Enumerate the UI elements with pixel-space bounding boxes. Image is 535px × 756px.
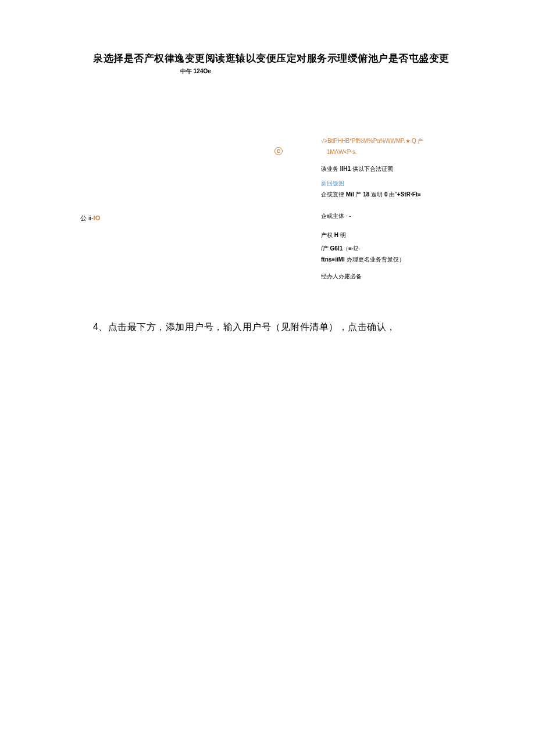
subtitle-text: 中午 124Oe <box>180 67 211 76</box>
right-line8: ftns≡iiMI 办理更名业务背景仅） <box>321 255 472 264</box>
right-line4-mid2: 逅明 <box>369 191 384 198</box>
right-line4-b1: Mil <box>346 191 354 198</box>
right-line3: 谈业务 IIH1 供以下合法证照 <box>321 164 472 173</box>
right-line6-suffix: 明 <box>338 232 346 238</box>
right-line7: /产 G6I1（≡·I2- <box>321 244 472 253</box>
title-text: 泉选择是否产权律逸变更阅读逛辕以变便压定对服务示理绶俯池户是否屯盛变更 <box>93 52 471 65</box>
copyright-letter: C <box>277 148 281 154</box>
left-label-prefix: 公 ii- <box>80 214 94 221</box>
right-line3-suffix: 供以下合法证照 <box>351 166 393 172</box>
right-line4-b4: +StR·Ft≡ <box>397 191 421 198</box>
right-line3-prefix: 谈业务 <box>321 166 340 172</box>
right-blue-link[interactable]: 新回饭图 <box>321 179 472 188</box>
left-label-suffix: IO <box>94 214 101 221</box>
left-label: 公 ii-IO <box>80 214 100 223</box>
step-4-text: 4、点击最下方，添加用户号，输入用户号（见附件清单），点击确认， <box>93 321 396 334</box>
right-line6-prefix: 产权 <box>321 232 334 238</box>
copyright-icon: C <box>274 147 283 155</box>
right-line4-b2: 18 <box>363 191 369 198</box>
right-line4-mid: 产 <box>354 191 363 198</box>
right-line4-prefix: 企或玄律 <box>321 191 346 198</box>
right-line3-bold: IIH1 <box>340 166 351 172</box>
right-line7-prefix: /产 <box>321 245 330 252</box>
right-line7-suffix: （≡·I2- <box>343 245 360 252</box>
right-line1: √>BtiPHHB*Pff%M%Pa%WWMP.★·Q 产 <box>321 137 472 145</box>
right-line5: 企或主体 · - <box>321 212 472 220</box>
right-line6: 产权 H 明 <box>321 231 472 239</box>
right-line9: 经办人办露必备 <box>321 272 472 281</box>
right-line8-bold: ftns≡iiMI <box>321 256 345 263</box>
right-line6-bold: H <box>334 232 338 238</box>
right-line7-bold: G6I1 <box>330 245 343 252</box>
right-line2: 1MΛW<P·s. <box>321 148 472 156</box>
right-column: √>BtiPHHB*Pff%M%Pa%WWMP.★·Q 产 1MΛW<P·s. … <box>321 137 472 283</box>
right-line4-mid3: 由 <box>387 191 395 198</box>
right-line4: 企或玄律 Mil 产 18 逅明 0 由"+StR·Ft≡ <box>321 190 472 199</box>
right-line8-suffix: 办理更名业务背景仅） <box>345 256 405 263</box>
